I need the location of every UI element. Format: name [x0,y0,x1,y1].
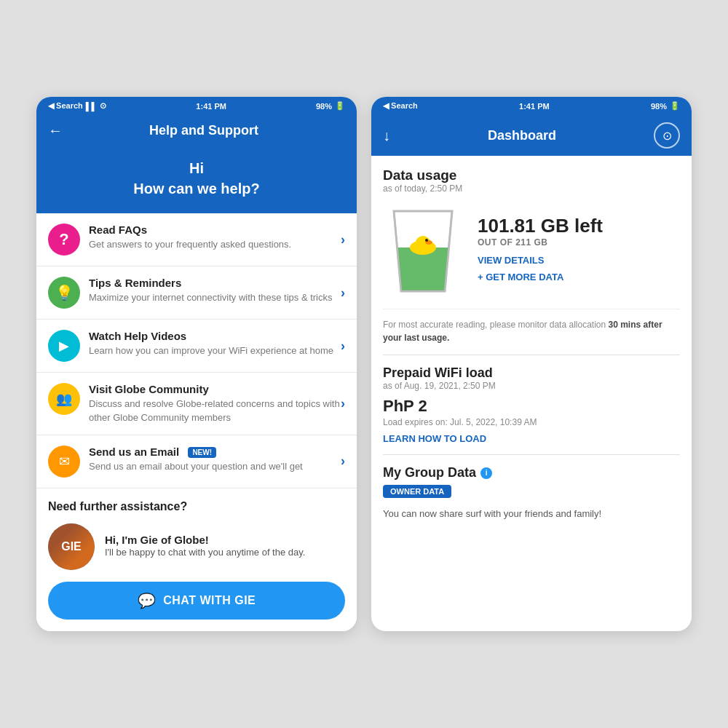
messenger-icon: 💬 [138,592,157,609]
menu-item-tips[interactable]: 💡 Tips & Reminders Maximize your interne… [36,266,357,320]
get-more-data-link[interactable]: + GET MORE DATA [478,272,680,282]
videos-icon: ▶ [48,330,80,362]
view-details-link[interactable]: VIEW DETAILS [478,255,680,266]
tips-desc: Maximize your internet connectivity with… [89,291,341,304]
data-usage-title: Data usage [383,167,680,183]
gie-avatar-inner: GIE [48,523,95,570]
need-help-title: Need further assistance? [48,500,345,513]
dash-status-time: 1:41 PM [519,102,550,111]
help-header: ← Help and Support [36,115,357,146]
php-amount: PhP 2 [383,397,680,416]
data-usage-row: 101.81 GB left OUT OF 211 GB VIEW DETAIL… [383,204,680,298]
signal-icon: ▌▌ [86,102,98,111]
help-title: Help and Support [63,123,345,138]
email-icon: ✉ [48,446,80,478]
dashboard-content: Data usage as of today, 2:50 PM [371,156,692,531]
data-out-of: OUT OF 211 GB [478,237,680,248]
gie-card: GIE Hi, I'm Gie of Globe! I'll be happy … [48,523,345,570]
status-time: 1:41 PM [196,102,226,111]
info-icon[interactable]: i [480,467,492,479]
gie-avatar: GIE [48,523,95,570]
status-bar-left: ◀ Search ▌▌ ⊙ 1:41 PM 98% 🔋 [36,97,357,115]
back-button[interactable]: ← [48,122,63,139]
menu-item-email[interactable]: ✉ Send us an Email NEW! Send us an email… [36,435,357,488]
dash-status-left: ◀ Search [383,101,418,111]
faq-title: Read FAQs [89,223,341,236]
help-support-phone: ◀ Search ▌▌ ⊙ 1:41 PM 98% 🔋 ← Help and S… [36,97,357,630]
chat-with-gie-button[interactable]: 💬 CHAT WITH GIE [48,582,345,620]
divider-1 [383,355,680,355]
new-badge: NEW! [188,447,216,458]
community-title: Visit Globe Community [89,383,341,395]
faq-chevron: › [341,232,345,248]
email-content: Send us an Email NEW! Send us an email a… [89,446,341,473]
share-text: You can now share surf with your friends… [383,508,680,519]
status-right: 98% 🔋 [316,101,345,111]
data-glass-visual [383,204,463,298]
videos-content: Watch Help Videos Learn how you can impr… [89,330,341,357]
dash-battery-label: 98% [651,102,667,111]
group-data-section: My Group Data i OWNER DATA You can now s… [383,465,680,519]
community-chevron: › [341,396,345,411]
help-subheader: Hi How can we help? [36,146,357,213]
glass-svg [383,204,463,298]
community-desc: Discuss and resolve Globe-related concer… [89,397,341,424]
tips-chevron: › [341,285,345,301]
wifi-settings-button[interactable]: ⊙ [654,122,680,149]
gie-message: I'll be happy to chat with you anytime o… [105,546,305,559]
prepaid-subtitle: as of Aug. 19, 2021, 2:50 PM [383,381,680,391]
tips-content: Tips & Reminders Maximize your internet … [89,277,341,304]
dashboard-header: ↓ Dashboard ⊙ [371,115,692,156]
gie-text: Hi, I'm Gie of Globe! I'll be happy to c… [105,534,305,559]
menu-item-faqs[interactable]: ? Read FAQs Get answers to your frequent… [36,213,357,266]
wifi-circle-icon: ⊙ [662,129,672,143]
dash-search-label: ◀ Search [383,101,418,111]
help-menu-list: ? Read FAQs Get answers to your frequent… [36,213,357,488]
dashboard-title: Dashboard [390,128,654,143]
battery-icon: 🔋 [335,101,345,111]
divider-2 [383,454,680,455]
help-greeting-line1: Hi [48,158,345,178]
tips-title: Tips & Reminders [89,277,341,289]
status-bar-right: ◀ Search 1:41 PM 98% 🔋 [371,97,692,115]
data-usage-subtitle: as of today, 2:50 PM [383,183,680,194]
tips-icon: 💡 [48,277,80,309]
prepaid-section: Prepaid WiFi load as of Aug. 19, 2021, 2… [383,365,680,444]
owner-data-badge: OWNER DATA [383,485,451,498]
dashboard-phone: ◀ Search 1:41 PM 98% 🔋 ↓ Dashboard ⊙ Dat… [371,97,692,630]
menu-item-community[interactable]: 👥 Visit Globe Community Discuss and reso… [36,373,357,435]
faq-icon: ? [48,223,80,256]
battery-label: 98% [316,102,332,111]
videos-title: Watch Help Videos [89,330,341,342]
videos-desc: Learn how you can improve your WiFi expe… [89,344,341,357]
data-info: 101.81 GB left OUT OF 211 GB VIEW DETAIL… [478,215,680,288]
prepaid-title: Prepaid WiFi load [383,365,680,381]
help-greeting-line2: How can we help? [48,178,345,199]
videos-chevron: › [341,339,345,354]
down-arrow-icon[interactable]: ↓ [383,127,390,144]
gie-name: Hi, I'm Gie of Globe! [105,534,305,546]
email-title: Send us an Email NEW! [89,446,341,458]
faq-content: Read FAQs Get answers to your frequently… [89,223,341,251]
data-usage-section: Data usage as of today, 2:50 PM [383,167,680,344]
data-gb-left: 101.81 GB left [478,215,680,237]
chat-button-label: CHAT WITH GIE [163,594,256,607]
faq-desc: Get answers to your frequently asked que… [89,238,341,251]
email-chevron: › [341,454,345,469]
wifi-icon: ⊙ [100,101,106,111]
group-data-title: My Group Data i [383,465,680,480]
status-left: ◀ Search ▌▌ ⊙ [48,101,106,111]
back-search-label: ◀ Search [48,101,83,111]
load-expires: Load expires on: Jul. 5, 2022, 10:39 AM [383,417,680,427]
dash-status-right: 98% 🔋 [651,101,680,111]
community-icon: 👥 [48,383,80,415]
email-desc: Send us an email about your question and… [89,460,341,473]
menu-item-videos[interactable]: ▶ Watch Help Videos Learn how you can im… [36,320,357,373]
dash-battery-icon: 🔋 [670,101,680,111]
community-content: Visit Globe Community Discuss and resolv… [89,383,341,424]
learn-how-to-load-link[interactable]: LEARN HOW TO LOAD [383,433,680,444]
data-note: For most accurate reading, please monito… [383,309,680,344]
svg-point-4 [425,239,428,242]
help-footer: Need further assistance? GIE Hi, I'm Gie… [36,488,357,631]
